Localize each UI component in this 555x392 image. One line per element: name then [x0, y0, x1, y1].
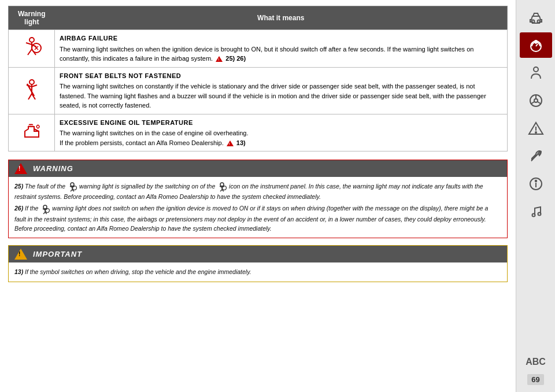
airbag-text-cell: AIRBAG FAILURE The warning light switche…	[55, 30, 508, 68]
warning-note-26: 26) If the warning light does not switch…	[14, 204, 501, 233]
svg-point-9	[29, 80, 34, 84]
info-icon	[528, 176, 544, 192]
sidebar-item-person[interactable]	[520, 60, 552, 86]
svg-line-13	[28, 94, 32, 99]
airbag-warning-icon	[19, 36, 45, 58]
dashboard-icon	[528, 37, 544, 53]
svg-line-51	[531, 160, 532, 161]
airbag-icon-cell	[9, 30, 55, 68]
svg-point-43	[534, 67, 538, 72]
svg-line-2	[26, 43, 32, 45]
warning-table: Warninglight What it means	[8, 6, 508, 151]
page-number: 69	[527, 374, 543, 385]
sidebar-item-dashboard[interactable]	[520, 32, 552, 58]
svg-point-30	[43, 205, 47, 209]
warning-body: 25) The fault of the warning light is si…	[9, 177, 507, 238]
important-header: IMPORTANT	[9, 246, 507, 262]
warning-header-label: WARNING	[33, 164, 73, 173]
seatbelt-warning-icon	[19, 79, 45, 101]
table-row: AIRBAG FAILURE The warning light switche…	[9, 30, 508, 68]
svg-point-56	[538, 213, 541, 216]
engine-oil-warning-icon	[19, 121, 45, 143]
important-section: IMPORTANT 13) If the symbol switches on …	[8, 245, 508, 282]
warning-sidebar-icon	[528, 120, 544, 136]
svg-line-12	[32, 85, 37, 87]
note-13-text: If the symbol switches on when driving, …	[25, 268, 251, 275]
sidebar-item-music[interactable]	[520, 199, 552, 224]
note-25-bold: 25)	[14, 183, 23, 190]
engine-oil-text-cell: EXCESSIVE ENGINE OIL TEMPERATURE The war…	[55, 114, 508, 151]
footnote-25-26: 25) 26)	[225, 55, 246, 62]
sidebar-item-info[interactable]	[520, 171, 552, 197]
engine-oil-title: EXCESSIVE ENGINE OIL TEMPERATURE	[60, 118, 502, 128]
warning-section: WARNING 25) The fault of the warning lig…	[8, 160, 508, 238]
important-note-13: 13) If the symbol switches on when drivi…	[14, 267, 501, 276]
table-row: FRONT SEAT BELTS NOT FASTENED The warnin…	[9, 67, 508, 114]
steering-icon	[528, 93, 544, 109]
sidebar-item-steering[interactable]	[520, 88, 552, 113]
svg-point-55	[532, 214, 535, 217]
svg-point-45	[534, 99, 538, 102]
seatbelt-title: FRONT SEAT BELTS NOT FASTENED	[60, 71, 502, 81]
svg-point-23	[220, 183, 224, 186]
main-content: Warninglight What it means	[0, 0, 516, 392]
warning-triangle-icon	[14, 163, 27, 174]
note-25-text: The fault of the warning light is signal…	[14, 183, 483, 200]
col-header-light: Warninglight	[9, 6, 55, 30]
music-icon	[528, 204, 544, 220]
svg-point-50	[535, 132, 536, 133]
sidebar-item-tools[interactable]	[520, 143, 552, 169]
engine-oil-description: The warning light switches on in the cas…	[60, 128, 502, 147]
note-13-bold: 13)	[14, 268, 23, 275]
inline-warning-triangle-2	[227, 140, 234, 146]
note-26-bold: 26)	[14, 205, 23, 212]
seatbelt-icon-cell	[9, 67, 55, 114]
footnote-13: 13)	[236, 139, 246, 146]
car-icon	[528, 9, 544, 25]
svg-line-42	[536, 44, 538, 46]
important-triangle-icon	[14, 249, 27, 260]
tools-icon	[528, 148, 544, 164]
seatbelt-text-cell: FRONT SEAT BELTS NOT FASTENED The warnin…	[55, 67, 508, 114]
svg-point-16	[71, 183, 74, 186]
sidebar-abc-label[interactable]: ABC	[521, 352, 550, 372]
svg-point-0	[29, 38, 34, 42]
engine-oil-icon-cell	[9, 114, 55, 151]
important-header-label: IMPORTANT	[33, 250, 82, 258]
warning-header: WARNING	[9, 160, 507, 177]
note-26-text: If the warning light does not switch on …	[14, 205, 488, 231]
col-header-meaning: What it means	[55, 6, 508, 30]
sidebar-item-warning[interactable]	[520, 116, 552, 141]
table-row: EXCESSIVE ENGINE OIL TEMPERATURE The war…	[9, 114, 508, 151]
sidebar: ABC 69	[516, 0, 555, 392]
airbag-title: AIRBAG FAILURE	[60, 34, 502, 43]
warning-note-25: 25) The fault of the warning light is si…	[14, 182, 501, 201]
sidebar-item-car[interactable]	[520, 5, 552, 30]
important-body: 13) If the symbol switches on when drivi…	[9, 262, 507, 281]
svg-line-15	[27, 84, 34, 96]
person-icon	[528, 65, 544, 81]
svg-line-4	[28, 49, 32, 55]
svg-point-54	[535, 180, 536, 182]
seatbelt-description: The warning light switches on constantly…	[60, 82, 502, 110]
inline-warning-triangle-1	[216, 56, 223, 62]
airbag-description: The warning light switches on when the i…	[60, 45, 502, 64]
